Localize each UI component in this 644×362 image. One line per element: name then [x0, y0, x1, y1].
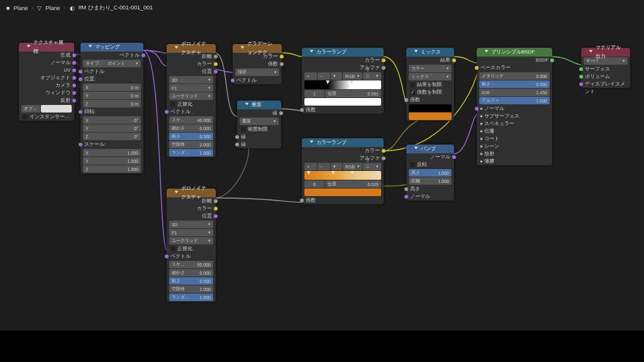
- colorramp-gradient[interactable]: [304, 171, 381, 180]
- node-header[interactable]: ボロノイテクスチャ: [167, 44, 216, 53]
- node-gradient[interactable]: グラデーションテク… カラー 係数 球状 ベクトル: [233, 44, 282, 84]
- node-header[interactable]: カラーランプ: [302, 48, 384, 57]
- color-swatch[interactable]: [304, 189, 381, 196]
- node-header[interactable]: カラーランプ: [302, 138, 384, 147]
- breadcrumb[interactable]: ■Plane›▽Plane›◐#M ひまわり_C-001-001_001: [6, 4, 153, 12]
- chevron-down-icon[interactable]: ▾: [331, 72, 342, 80]
- color-b-swatch[interactable]: [409, 112, 452, 120]
- node-header[interactable]: マッピング: [80, 43, 143, 52]
- node-voronoi-1[interactable]: ボロノイテクスチャ 距離 カラー 位置 3D F1 ユークリッド 正規化 ベクト…: [167, 44, 216, 157]
- node-colorramp-1[interactable]: カラーランプ カラー アルファ + − ▾ RGB リニア 1 位置0.591 …: [302, 48, 384, 114]
- add-stop-button[interactable]: +: [304, 72, 317, 80]
- node-header[interactable]: グラデーションテク…: [233, 44, 282, 53]
- node-multiply[interactable]: 乗算 値 乗算 範囲制限 値 値: [237, 101, 281, 148]
- node-output[interactable]: マテリアル出力 すべて サーフェス ボリューム ディスプレイスメント: [581, 48, 630, 88]
- colorramp-gradient[interactable]: [304, 80, 381, 89]
- node-bump[interactable]: バンプ ノーマル 反転 高さ1.000 距離1.000 高さ ノーマル: [406, 145, 454, 200]
- node-colorramp-2[interactable]: カラーランプ カラー アルファ + − ▾ RGB リニア 0 位置0.029 …: [302, 138, 384, 204]
- node-header[interactable]: ミックス: [406, 48, 454, 57]
- color-swatch[interactable]: [304, 98, 381, 106]
- color-a-swatch[interactable]: [409, 104, 452, 112]
- node-mix[interactable]: ミックス 結果 カラー ミックス 結果を制限 係数を制限 係数: [406, 48, 454, 121]
- bottom-bar: [0, 331, 644, 362]
- node-header[interactable]: プリンシプルBSDF: [477, 48, 552, 57]
- node-texcoord[interactable]: テクスチャ座標 生成 ノーマル UV オブジェクト カメラ ウィンドウ 反射 オ…: [19, 43, 74, 121]
- type-dropdown[interactable]: タイプ:ポイント: [83, 60, 141, 67]
- node-header[interactable]: 乗算: [237, 101, 281, 109]
- node-header[interactable]: バンプ: [406, 145, 454, 153]
- node-header[interactable]: テクスチャ座標: [19, 43, 74, 52]
- node-mapping[interactable]: マッピング ベクトル タイプ:ポイント ベクトル 位置: X0 m Y0 m Z…: [80, 43, 143, 173]
- node-voronoi-2[interactable]: ボロノイテクスチャ 距離 カラー 位置 3D F1 ユークリッド 正規化 ベクト…: [167, 189, 216, 302]
- node-header[interactable]: マテリアル出力: [581, 48, 630, 57]
- node-bsdf[interactable]: プリンシプルBSDF BSDF ベースカラー メタリック0.000 粗さ0.50…: [477, 48, 552, 165]
- remove-stop-button[interactable]: −: [318, 72, 330, 80]
- node-header[interactable]: ボロノイテクスチャ: [167, 189, 216, 197]
